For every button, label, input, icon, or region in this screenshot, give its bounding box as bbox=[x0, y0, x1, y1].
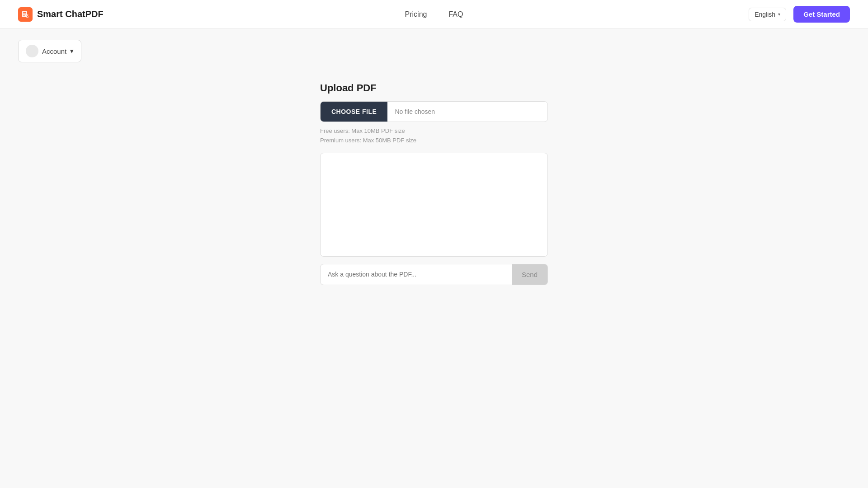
chevron-down-icon: ▾ bbox=[778, 12, 780, 17]
logo-icon bbox=[18, 7, 33, 22]
language-selector[interactable]: English ▾ bbox=[749, 8, 786, 21]
chat-area bbox=[320, 153, 548, 257]
nav-pricing[interactable]: Pricing bbox=[405, 10, 427, 19]
account-label: Account bbox=[42, 47, 66, 55]
file-input-row: CHOOSE FILE No file chosen bbox=[320, 101, 548, 122]
header-right: English ▾ Get Started bbox=[749, 6, 850, 23]
svg-rect-1 bbox=[23, 12, 26, 13]
svg-rect-2 bbox=[23, 14, 26, 14]
upload-section: Upload PDF CHOOSE FILE No file chosen Fr… bbox=[320, 82, 548, 153]
premium-user-info: Premium users: Max 50MB PDF size bbox=[320, 136, 548, 145]
send-button[interactable]: Send bbox=[512, 264, 548, 285]
account-area: Account ▾ bbox=[0, 29, 868, 73]
main-content: Upload PDF CHOOSE FILE No file chosen Fr… bbox=[0, 73, 868, 294]
file-info: Free users: Max 10MB PDF size Premium us… bbox=[320, 127, 548, 145]
chat-input[interactable] bbox=[320, 264, 512, 285]
choose-file-button[interactable]: CHOOSE FILE bbox=[321, 102, 387, 122]
svg-rect-3 bbox=[23, 15, 25, 16]
get-started-button[interactable]: Get Started bbox=[793, 6, 850, 23]
language-label: English bbox=[755, 11, 775, 18]
file-name-display: No file chosen bbox=[387, 108, 547, 115]
brand-area: Smart ChatPDF bbox=[18, 7, 104, 22]
header: Smart ChatPDF Pricing FAQ English ▾ Get … bbox=[0, 0, 868, 29]
account-avatar bbox=[26, 45, 38, 57]
nav-faq[interactable]: FAQ bbox=[448, 10, 463, 19]
account-chevron-icon: ▾ bbox=[70, 47, 74, 55]
chat-input-row: Send bbox=[320, 264, 548, 285]
upload-title: Upload PDF bbox=[320, 82, 548, 94]
account-button[interactable]: Account ▾ bbox=[18, 40, 81, 62]
brand-name: Smart ChatPDF bbox=[37, 9, 104, 19]
free-user-info: Free users: Max 10MB PDF size bbox=[320, 127, 548, 136]
main-nav: Pricing FAQ bbox=[405, 10, 463, 19]
